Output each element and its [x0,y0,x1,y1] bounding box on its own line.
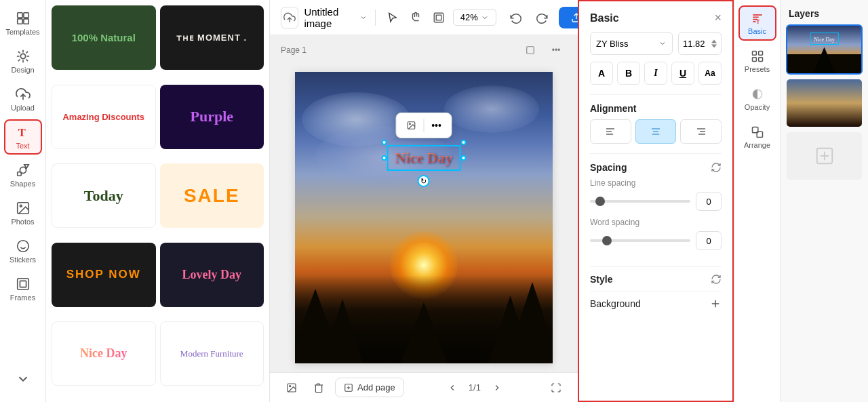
sidebar-item-templates[interactable]: Templates [4,5,42,41]
handle-tl[interactable] [382,140,387,145]
page-settings-button[interactable] [519,39,541,61]
context-image-button[interactable] [402,116,421,135]
layer-item-3[interactable] [786,132,863,180]
left-sidebar: Templates Design Upload T Text Shapes Ph… [0,0,46,402]
selection-handles [382,140,467,176]
word-spacing-slider[interactable] [590,239,690,242]
bottom-bar: Add page 1/1 [270,372,578,402]
font-section: ZY Bliss 11.82 A [579,32,732,94]
format-italic-button[interactable]: I [644,62,667,85]
format-bold-button[interactable]: A [590,62,613,85]
font-family-select[interactable]: ZY Bliss [590,32,673,55]
top-bar-left: Untitled image [281,6,496,29]
delete-page-button[interactable] [308,377,330,399]
upload-cloud-button[interactable] [281,7,298,28]
sidebar-item-design[interactable]: Design [4,43,42,79]
context-more-button[interactable]: ••• [427,116,446,135]
svg-text:T: T [756,18,760,25]
layers-panel: Layers Nice Day [780,0,868,402]
reset-style-icon[interactable] [711,274,722,285]
handle-ml[interactable] [382,155,387,161]
sidebar-item-more[interactable] [4,361,42,397]
text-element-selected[interactable]: Nice Day ↻ [387,145,461,171]
font-size-input[interactable]: 11.82 [678,32,722,55]
zoom-control[interactable]: 42% [453,9,496,26]
next-page-button[interactable] [486,377,508,399]
handle-tr[interactable] [460,140,466,145]
sidebar-item-frames[interactable]: Frames [4,271,42,306]
layer-thumbnail-image [787,79,862,127]
layer-item-2[interactable] [786,79,863,127]
word-spacing-slider-row: 0 [590,231,722,250]
sidebar-item-photos[interactable]: Photos [4,195,42,230]
format-underline-button[interactable]: U [671,62,694,85]
sidebar-item-text[interactable]: T Text [4,119,42,155]
right-icon-presets[interactable]: Presets [738,43,776,79]
word-spacing-label: Word spacing [590,218,722,227]
right-icon-arrange[interactable]: Arrange [738,119,776,155]
align-left-button[interactable] [590,119,631,144]
sidebar-label-templates: Templates [5,28,39,36]
page-thumbnail-button[interactable] [281,377,302,399]
add-page-button[interactable]: Add page [335,378,404,397]
page-more-button[interactable]: ••• [545,39,567,61]
line-spacing-slider[interactable] [590,200,690,203]
frame-tool[interactable] [430,7,448,28]
template-item[interactable]: Lovely Day [160,243,264,307]
add-page-label: Add page [357,382,395,393]
top-bar: Untitled image [270,0,578,35]
template-item[interactable]: 100% Natural [52,5,156,70]
line-spacing-value[interactable]: 0 [696,192,722,211]
template-item[interactable]: Today [52,163,156,228]
sidebar-label-upload: Upload [11,104,35,112]
document-title[interactable]: Untitled image [304,6,367,29]
export-button[interactable]: Export [559,7,578,28]
sidebar-item-upload[interactable]: Upload [4,81,42,117]
word-spacing-value[interactable]: 0 [696,231,722,250]
align-right-button[interactable] [680,119,722,144]
close-button[interactable]: × [714,11,722,25]
sidebar-item-stickers[interactable]: Stickers [4,233,42,268]
rotate-handle[interactable]: ↻ [418,175,430,187]
right-icon-basic[interactable]: T Basic [738,5,776,41]
svg-rect-19 [436,15,441,20]
template-item[interactable]: SALE [160,163,264,228]
svg-rect-3 [23,18,28,23]
reset-spacing-icon[interactable] [711,162,722,173]
prev-page-button[interactable] [441,377,463,399]
layer-thumbnail-white [787,132,862,180]
line-spacing-thumb[interactable] [595,197,605,206]
handle-mr[interactable] [460,155,466,161]
right-icon-basic-label: Basic [748,27,766,35]
template-item[interactable]: Amazing Discounts [52,85,156,149]
layer-item-1[interactable]: Nice Day [786,24,863,75]
template-item[interactable]: SHOP NOW [52,243,156,307]
canvas-wrapper[interactable]: ••• Nice Day ↻ [295,72,553,363]
spacing-section: Line spacing 0 Word spacing 0 [579,178,732,266]
template-item[interactable]: Purple [160,85,264,149]
svg-rect-24 [527,47,534,54]
template-item[interactable]: Nice Day [52,321,156,386]
hand-tool[interactable] [407,7,425,28]
redo-button[interactable] [532,7,553,28]
format-case-button[interactable]: Aa [698,62,722,85]
add-background-button[interactable] [709,298,722,310]
sidebar-label-stickers: Stickers [9,256,36,264]
template-item[interactable]: ᴛʜᴇ MOMENT . [160,5,264,70]
sidebar-item-shapes[interactable]: Shapes [4,157,42,193]
svg-rect-48 [752,57,756,61]
svg-rect-49 [758,57,762,61]
word-spacing-thumb[interactable] [602,236,612,245]
format-bold-b-button[interactable]: B [617,62,640,85]
pointer-tool[interactable] [384,7,401,28]
right-icon-opacity[interactable]: Opacity [738,81,776,117]
context-divider [424,119,425,132]
font-family-value: ZY Bliss [596,39,628,49]
title-text: Untitled image [304,6,356,29]
undo-button[interactable] [505,7,526,28]
canvas-scroll: ••• Nice Day ↻ [270,65,578,372]
align-center-button[interactable] [635,119,677,144]
expand-button[interactable] [545,377,567,399]
alignment-label: Alignment [590,103,636,114]
template-item[interactable]: Modern Furniture [160,321,264,386]
